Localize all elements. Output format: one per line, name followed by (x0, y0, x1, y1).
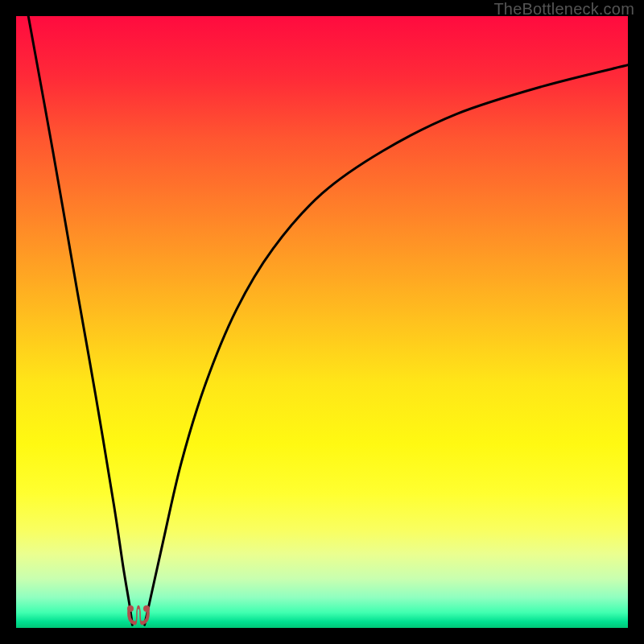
svg-point-0 (127, 605, 134, 612)
bottleneck-curve (16, 16, 628, 628)
curve-right-branch (145, 65, 628, 625)
svg-point-1 (143, 605, 150, 612)
chart-frame: TheBottleneck.com (0, 0, 644, 644)
curve-left-branch (28, 16, 132, 625)
cusp-marker (126, 605, 151, 626)
plot-area (16, 16, 628, 628)
